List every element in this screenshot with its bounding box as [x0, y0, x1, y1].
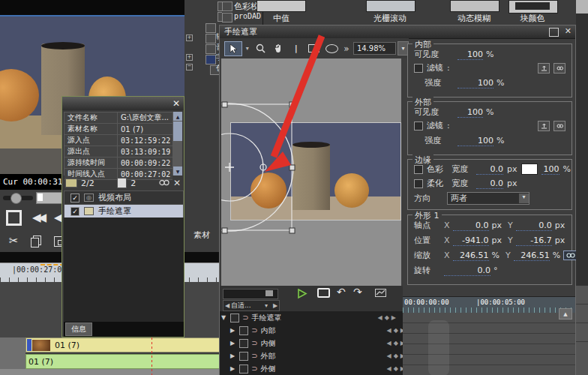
- expander-icon[interactable]: ▶: [229, 352, 236, 359]
- anchor-y-value[interactable]: 0.0: [516, 220, 552, 231]
- shuttle-thumb[interactable]: [10, 193, 22, 204]
- link-icon[interactable]: [159, 178, 170, 188]
- position-y-value[interactable]: -16.7: [516, 236, 552, 246]
- mask-shape-overlay[interactable]: [221, 58, 401, 286]
- kf-scale-select[interactable]: ◀ 自适... ▾ ▶: [223, 300, 280, 311]
- tool-dropdown-icon[interactable]: ▾: [244, 42, 251, 56]
- effect-thumb-raster[interactable]: [366, 0, 416, 12]
- mask-canvas[interactable]: [221, 58, 401, 286]
- kf-row-mask[interactable]: ▼ ⊃ 手绘遮罩 ◀◆▶: [220, 311, 403, 325]
- prev-key-icon[interactable]: ◀: [387, 352, 394, 359]
- stop-button[interactable]: [6, 210, 22, 226]
- kf-row-checkbox[interactable]: [239, 352, 248, 361]
- kf-row-checkbox[interactable]: [239, 339, 248, 348]
- palette-folder-icon[interactable]: [206, 44, 216, 54]
- close-icon[interactable]: ✕: [565, 26, 572, 36]
- close-icon[interactable]: ✕: [172, 98, 180, 109]
- edge-color-width-value[interactable]: 0.0: [476, 164, 503, 175]
- pan-tool-icon[interactable]: [270, 42, 286, 56]
- reset-icon[interactable]: ⊃: [251, 352, 257, 360]
- video-clip[interactable]: 01 (7): [26, 338, 222, 352]
- effect-thumb-blockcolor[interactable]: [508, 0, 558, 14]
- reset-icon[interactable]: ⊃: [251, 364, 257, 373]
- edge-direction-select[interactable]: 两者 ▾: [447, 192, 530, 205]
- tree-collapse-icon[interactable]: −: [186, 64, 193, 70]
- reset-icon[interactable]: ⊃: [242, 314, 248, 322]
- anchor-x-value[interactable]: 0.0: [453, 220, 489, 231]
- add-key-icon[interactable]: ◆: [394, 365, 400, 372]
- monitor-icon[interactable]: [316, 287, 331, 298]
- undo-icon[interactable]: ↶: [337, 286, 346, 298]
- next-key-icon[interactable]: ▶: [392, 314, 398, 321]
- scroll-up-icon[interactable]: ▲: [559, 308, 572, 320]
- audio-clip[interactable]: 01 (7): [26, 354, 222, 369]
- inner-strength-value[interactable]: 100: [458, 78, 494, 88]
- reset-icon[interactable]: ⊃: [251, 339, 257, 347]
- redo-icon[interactable]: ↷: [353, 286, 362, 298]
- edge-color-opacity-value[interactable]: 100: [542, 164, 560, 175]
- effect-thumb-label[interactable]: 块颜色: [502, 13, 562, 24]
- rectangle-tool-icon[interactable]: [306, 42, 322, 56]
- effect-list-icon[interactable]: [117, 178, 127, 188]
- expander-icon[interactable]: ▼: [220, 314, 227, 321]
- prev-key-icon[interactable]: ◀: [378, 314, 385, 321]
- effect-thumb-motionblur[interactable]: [450, 0, 500, 12]
- filter-load-icon[interactable]: [538, 63, 550, 74]
- palette-title-icon[interactable]: [206, 55, 216, 64]
- tree-expand-icon[interactable]: +: [186, 54, 193, 61]
- filter-load-icon[interactable]: [538, 121, 550, 131]
- filter-effects-icon[interactable]: [554, 121, 566, 131]
- tab-info[interactable]: 信息: [65, 322, 92, 336]
- chevron-down-icon[interactable]: ▾: [265, 302, 272, 309]
- ellipse-tool-icon[interactable]: [323, 42, 340, 56]
- reset-icon[interactable]: ⊃: [251, 326, 257, 334]
- scroll-thumb[interactable]: [173, 122, 182, 141]
- prev-key-icon[interactable]: ◀: [387, 327, 394, 334]
- delete-effect-icon[interactable]: ✕: [173, 178, 181, 188]
- kf-row-outside[interactable]: ▶ ⊃ 外侧 ◀◆▶: [220, 362, 412, 375]
- kf-row-inside[interactable]: ▶ ⊃ 内侧 ◀◆▶: [220, 337, 412, 350]
- kf-nav[interactable]: ◀◆▶: [378, 314, 403, 321]
- spinner-right-icon[interactable]: ▶: [272, 302, 279, 309]
- more-tools-icon[interactable]: »: [341, 42, 352, 56]
- spinner-left-icon[interactable]: ◀: [224, 302, 231, 309]
- inner-filter-checkbox[interactable]: [414, 64, 423, 73]
- outer-filter-checkbox[interactable]: [414, 122, 423, 130]
- select-tool-icon[interactable]: [224, 41, 242, 56]
- effect-thumb-label[interactable]: 光栅滚动: [360, 13, 420, 24]
- copy-icon[interactable]: [31, 236, 41, 246]
- jog-bar[interactable]: [36, 192, 63, 204]
- add-key-icon[interactable]: ◆: [394, 340, 400, 346]
- clip-pages-icon[interactable]: [65, 178, 77, 188]
- inner-visibility-value[interactable]: 100: [458, 50, 483, 60]
- filter-effects-icon[interactable]: [554, 63, 566, 74]
- palette-folder-icon[interactable]: [206, 23, 216, 33]
- edge-soften-checkbox[interactable]: [414, 179, 423, 188]
- edge-color-checkbox[interactable]: [414, 165, 423, 174]
- edge-color-swatch[interactable]: [521, 164, 538, 175]
- add-key-icon[interactable]: ◆: [394, 352, 400, 359]
- outer-strength-value[interactable]: 100: [458, 136, 494, 146]
- position-x-value[interactable]: -941.0: [453, 236, 489, 246]
- scale-y-value[interactable]: 246.51: [514, 250, 550, 261]
- kf-zoom-slider[interactable]: [223, 289, 278, 299]
- zoom-tool-icon[interactable]: [253, 42, 269, 56]
- effect-thumb-label[interactable]: 动态模糊: [444, 13, 504, 24]
- prev-key-icon[interactable]: ◀: [387, 340, 394, 346]
- zoom-level-field[interactable]: 14.98%: [353, 42, 396, 55]
- scale-x-value[interactable]: 246.51: [453, 250, 489, 261]
- bin-tab-label[interactable]: 素材: [194, 230, 210, 241]
- expander-icon[interactable]: ▶: [229, 365, 236, 372]
- layer-checkbox[interactable]: ✓: [70, 207, 80, 216]
- prev-key-icon[interactable]: ◀: [387, 365, 394, 372]
- line-tool-icon[interactable]: |: [288, 42, 304, 56]
- cut-icon[interactable]: ✂: [9, 234, 19, 248]
- effect-thumb-label[interactable]: 中值: [256, 13, 306, 24]
- kf-ruler[interactable]: 00:00:00:00 |00:00:05:00: [403, 296, 575, 314]
- play-button[interactable]: [293, 286, 310, 300]
- scroll-up-icon[interactable]: ▲: [173, 112, 182, 121]
- edge-soften-width-value[interactable]: 0.0: [476, 178, 503, 189]
- kf-zoom-slider-thumb[interactable]: [266, 290, 273, 296]
- kf-row-checkbox[interactable]: [239, 326, 248, 335]
- tree-expand-icon[interactable]: +: [186, 34, 193, 41]
